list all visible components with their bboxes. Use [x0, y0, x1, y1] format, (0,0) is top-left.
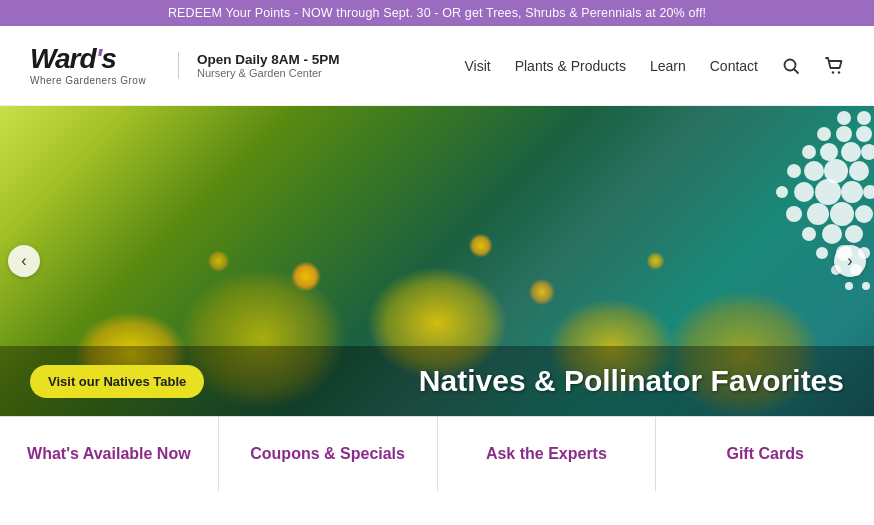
card-experts[interactable]: Ask the Experts [438, 417, 657, 491]
store-hours: Open Daily 8AM - 5PM [197, 52, 340, 67]
svg-point-4 [837, 111, 851, 125]
svg-point-22 [786, 206, 802, 222]
promo-banner: REDEEM Your Points - NOW through Sept. 3… [0, 0, 874, 26]
svg-point-24 [830, 202, 854, 226]
svg-point-10 [820, 143, 838, 161]
site-header: Ward's Where Gardeners Grow Open Daily 8… [0, 26, 874, 106]
card-gift-cards[interactable]: Gift Cards [656, 417, 874, 491]
svg-point-23 [807, 203, 829, 225]
svg-point-11 [841, 142, 861, 162]
svg-point-0 [785, 59, 796, 70]
svg-point-8 [856, 126, 872, 142]
hero-caption: Visit our Natives Table Natives & Pollin… [0, 346, 874, 416]
promo-text: REDEEM Your Points - NOW through Sept. 3… [168, 6, 706, 20]
hero-prev-button[interactable]: ‹ [8, 245, 40, 277]
hero-cta-button[interactable]: Visit our Natives Table [30, 365, 204, 398]
card-coupons[interactable]: Coupons & Specials [219, 417, 438, 491]
svg-point-35 [862, 282, 870, 290]
svg-point-28 [845, 225, 863, 243]
chevron-right-icon: › [847, 252, 852, 270]
svg-point-26 [802, 227, 816, 241]
svg-point-14 [804, 161, 824, 181]
card-label-available-now: What's Available Now [27, 445, 191, 462]
hero-slider: ‹ › Visit our Natives Table Natives & Po… [0, 106, 874, 416]
svg-point-27 [822, 224, 842, 244]
svg-point-20 [841, 181, 863, 203]
logo[interactable]: Ward's Where Gardeners Grow [30, 45, 160, 86]
card-label-experts: Ask the Experts [486, 445, 607, 462]
svg-point-5 [857, 111, 871, 125]
main-nav: Visit Plants & Products Learn Contact [464, 56, 844, 76]
svg-point-34 [845, 282, 853, 290]
svg-point-29 [816, 247, 828, 259]
svg-point-17 [776, 186, 788, 198]
svg-point-9 [802, 145, 816, 159]
nav-visit[interactable]: Visit [464, 58, 490, 74]
card-label-coupons: Coupons & Specials [250, 445, 405, 462]
svg-point-18 [794, 182, 814, 202]
store-type: Nursery & Garden Center [197, 67, 340, 79]
store-info: Open Daily 8AM - 5PM Nursery & Garden Ce… [178, 52, 340, 79]
search-icon[interactable] [782, 57, 800, 75]
hero-next-button[interactable]: › [834, 245, 866, 277]
svg-point-19 [815, 179, 841, 205]
cart-icon[interactable] [824, 56, 844, 76]
svg-point-2 [832, 71, 834, 73]
logo-wordmark: Ward's [30, 45, 160, 73]
chevron-left-icon: ‹ [21, 252, 26, 270]
svg-point-16 [849, 161, 869, 181]
bottom-cards: What's Available Now Coupons & Specials … [0, 416, 874, 491]
logo-tagline: Where Gardeners Grow [30, 75, 160, 86]
svg-point-13 [787, 164, 801, 178]
card-available-now[interactable]: What's Available Now [0, 417, 219, 491]
svg-point-25 [855, 205, 873, 223]
svg-line-1 [795, 69, 799, 73]
nav-contact[interactable]: Contact [710, 58, 758, 74]
nav-learn[interactable]: Learn [650, 58, 686, 74]
svg-point-3 [838, 71, 840, 73]
nav-plants-products[interactable]: Plants & Products [515, 58, 626, 74]
hero-title: Natives & Pollinator Favorites [419, 364, 844, 398]
card-label-gift-cards: Gift Cards [726, 445, 803, 462]
svg-point-12 [861, 144, 874, 160]
svg-point-21 [863, 185, 874, 199]
svg-point-6 [817, 127, 831, 141]
svg-point-7 [836, 126, 852, 142]
